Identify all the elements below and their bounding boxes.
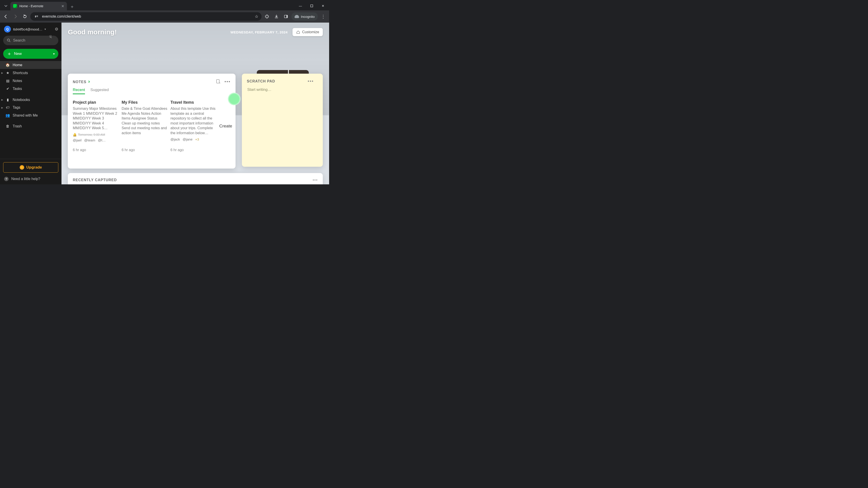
sidebar-item-notebooks[interactable]: ▶ ▮ Notebooks [0, 96, 61, 104]
svg-rect-3 [36, 17, 38, 17]
new-button[interactable]: ＋ New ▾ [3, 49, 58, 59]
plus-icon: ＋ [7, 51, 12, 57]
bolt-icon: ⚡ [20, 165, 24, 170]
notes-widget-menu-icon[interactable]: ••• [224, 79, 230, 84]
incognito-label: Incognito [301, 15, 315, 19]
search-placeholder: Search [13, 38, 25, 43]
sidebar-item-label: Notes [13, 79, 22, 83]
trash-icon: 🗑 [5, 124, 10, 128]
notes-widget-title[interactable]: NOTES [73, 78, 90, 85]
svg-point-7 [7, 39, 9, 41]
create-note-orb [228, 93, 241, 105]
sidebar-item-tasks[interactable]: ✔ Tasks [0, 85, 61, 93]
sidebar-item-notes[interactable]: ▤ Notes [0, 77, 61, 85]
incognito-badge[interactable]: Incognito [291, 12, 318, 21]
note-timestamp: 6 hr ago [170, 142, 216, 152]
note-title: My Files [122, 100, 167, 105]
url-text: evernote.com/client/web [42, 14, 81, 19]
note-preview: Date & Time Goal Attendees Me Agenda Not… [122, 106, 167, 135]
note-preview: About this template Use this template as… [170, 106, 216, 135]
sidebar-item-shared[interactable]: 👥 Shared with Me [0, 111, 61, 119]
help-label: Need a little help? [11, 177, 40, 181]
note-card[interactable]: Travel Items About this template Use thi… [170, 100, 218, 152]
recently-captured-widget: RECENTLY CAPTURED ••• [68, 173, 323, 184]
tab-suggested[interactable]: Suggested [90, 88, 109, 94]
close-tab-icon[interactable]: ✕ [61, 4, 64, 8]
window-close-button[interactable]: ✕ [318, 1, 328, 10]
tab-recent[interactable]: Recent [73, 88, 85, 94]
search-input[interactable]: Search [3, 36, 58, 45]
sidebar-item-shortcuts[interactable]: ▶ ★ Shortcuts [0, 69, 61, 77]
tag-icon: 🏷 [5, 105, 10, 109]
scratch-pad-widget: SCRATCH PAD ••• [242, 74, 323, 167]
window-maximize-button[interactable] [307, 1, 317, 10]
svg-rect-2 [36, 15, 38, 16]
create-note-card[interactable]: Create [219, 100, 233, 152]
note-card[interactable]: Project plan Summary Major Milestones We… [73, 100, 121, 152]
forward-button[interactable] [11, 12, 20, 21]
create-note-label: Create [219, 124, 232, 129]
sidebar-item-trash[interactable]: 🗑 Trash [0, 123, 61, 130]
new-tab-button[interactable]: ＋ [68, 3, 76, 10]
star-icon: ★ [5, 71, 10, 75]
window-minimize-button[interactable]: ― [295, 1, 306, 10]
avatar[interactable]: Q [4, 26, 11, 33]
upgrade-label: Upgrade [26, 165, 42, 170]
new-button-label: New [14, 52, 22, 56]
sidebar-item-label: Trash [13, 124, 22, 128]
caret-icon[interactable]: ▶ [1, 72, 3, 74]
note-reminder: 🔔 Tomorrow, 9:00 AM [73, 133, 119, 136]
tab-title: Home - Evernote [20, 4, 43, 8]
account-name[interactable]: 6d44f5c4@mood… [13, 27, 42, 31]
note-title: Travel Items [170, 100, 216, 105]
date-text: WEDNESDAY, FEBRUARY 7, 2024 [230, 30, 287, 34]
svg-rect-6 [286, 15, 287, 18]
sidebar-item-label: Shared with Me [13, 113, 38, 118]
sidebar-nav: 🏠 Home ▶ ★ Shortcuts ▤ Notes ✔ Tasks ▶ ▮… [0, 61, 61, 130]
scratch-pad-input[interactable] [247, 87, 318, 162]
note-preview: Summary Major Milestones Week 1 MM/DD/YY… [73, 106, 119, 131]
chevron-down-icon[interactable]: ▾ [53, 52, 55, 56]
side-panel-icon[interactable] [282, 12, 290, 21]
caret-icon[interactable]: ▶ [1, 98, 3, 101]
sidebar-item-label: Tags [13, 105, 20, 109]
customize-home-icon [296, 30, 300, 34]
svg-point-4 [35, 17, 36, 18]
account-chevron-icon[interactable]: ▾ [44, 28, 46, 31]
search-icon [7, 38, 11, 42]
notes-widget: NOTES + ••• Recent Suggested Projec [68, 74, 236, 168]
new-note-icon[interactable]: + [216, 79, 220, 84]
recently-captured-title: RECENTLY CAPTURED [73, 178, 117, 182]
reload-button[interactable] [21, 12, 29, 21]
recently-captured-menu-icon[interactable]: ••• [313, 178, 318, 182]
help-link[interactable]: ? Need a little help? [0, 177, 61, 184]
bell-icon: 🔔 [73, 133, 76, 136]
address-bar[interactable]: evernote.com/client/web ☆ [30, 12, 261, 21]
main-content: Good morning! WEDNESDAY, FEBRUARY 7, 202… [61, 23, 329, 184]
extensions-icon[interactable] [263, 12, 271, 21]
bookmark-star-icon[interactable]: ☆ [255, 14, 258, 19]
upgrade-button[interactable]: ⚡ Upgrade [3, 162, 58, 173]
caret-icon[interactable]: ▶ [1, 106, 3, 109]
note-title: Project plan [73, 100, 119, 105]
sidebar-item-home[interactable]: 🏠 Home [0, 61, 61, 69]
scratch-pad-menu-icon[interactable]: ••• [308, 78, 314, 84]
note-timestamp: 6 hr ago [73, 142, 119, 152]
notebook-icon: ▮ [5, 98, 10, 102]
help-icon: ? [4, 177, 8, 181]
settings-gear-icon[interactable]: ⚙ [55, 27, 58, 32]
sidebar-item-label: Home [13, 63, 22, 67]
chrome-menu-icon[interactable]: ⋮ [319, 12, 327, 21]
customize-label: Customize [302, 30, 319, 34]
sidebar-item-label: Tasks [13, 87, 22, 91]
note-mentions: @jack @jane +3 [170, 137, 216, 141]
sidebar-item-tags[interactable]: ▶ 🏷 Tags [0, 104, 61, 111]
site-info-icon[interactable] [33, 13, 39, 20]
tab-search-dropdown[interactable] [1, 1, 10, 10]
svg-line-8 [9, 41, 10, 42]
customize-button[interactable]: Customize [292, 28, 323, 36]
note-card[interactable]: My Files Date & Time Goal Attendees Me A… [122, 100, 169, 152]
downloads-icon[interactable] [272, 12, 281, 21]
back-button[interactable] [2, 12, 10, 21]
browser-tab-active[interactable]: Home - Evernote ✕ [10, 2, 67, 10]
